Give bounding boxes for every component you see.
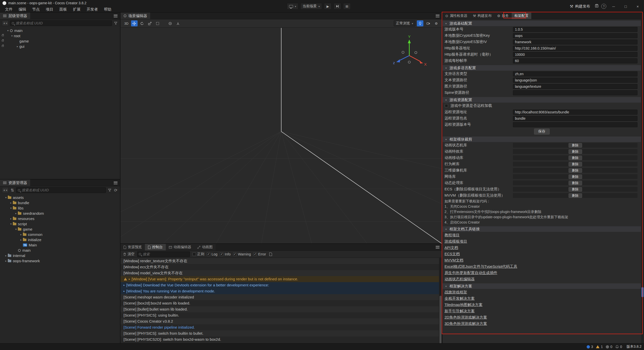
log-row[interactable]: [Scene] Cocos Creator v3.8.2 <box>120 318 439 324</box>
log-row-warning[interactable]: ▸ [Window] [Vue warn]: Property "onInput… <box>120 276 439 282</box>
delete-move-button[interactable]: 删除 <box>569 156 582 160</box>
inspector-scrollbar[interactable] <box>641 19 644 343</box>
console-search[interactable] <box>137 251 190 257</box>
view-mode-select[interactable]: 正常浏览 ▾ <box>394 20 415 26</box>
regex-checkbox[interactable] <box>192 252 196 256</box>
crypto-key-input[interactable] <box>513 33 637 38</box>
tab-build-publish[interactable]: ⚒ 构建发布 <box>470 13 495 19</box>
tree-node-main[interactable]: main <box>0 28 120 33</box>
expander-icon[interactable] <box>10 34 14 37</box>
lock-icon[interactable] <box>2 40 4 41</box>
scene-tab[interactable]: 场景编辑器 <box>120 13 150 19</box>
image-res-path-input[interactable] <box>513 84 637 89</box>
expander-icon[interactable] <box>6 29 10 32</box>
menu-node[interactable]: 节点 <box>30 7 42 12</box>
section-doc-links[interactable]: 框架文档工具链接 <box>442 226 641 232</box>
axis-gizmo[interactable]: Y X z <box>390 35 428 73</box>
link-mvvm-doc[interactable]: MVVM文档 <box>445 257 463 263</box>
info-checkbox[interactable] <box>220 252 223 256</box>
remote-load-checkbox[interactable] <box>445 104 448 107</box>
link-3d-rpg-solution[interactable]: 3D角色扮演游戏解决方案 <box>445 320 487 327</box>
tree-node-root[interactable]: root <box>0 33 120 38</box>
link-template-project[interactable]: 游戏模板项目 <box>445 238 467 244</box>
save-button[interactable]: 保存 <box>534 128 550 135</box>
rect-tool-button[interactable] <box>154 20 161 26</box>
expander-icon[interactable] <box>19 238 23 241</box>
link-excel-tool[interactable]: Excel格式转Json文件与TypeScript代码工具 <box>445 263 517 270</box>
menu-panel[interactable]: 面板 <box>57 7 69 12</box>
tab-animation-editor[interactable]: 动画编辑器 <box>166 244 194 250</box>
sort-icon[interactable]: ⇅ <box>10 188 15 192</box>
panel-menu-icon[interactable] <box>114 15 117 17</box>
tree-node-game-folder[interactable]: game <box>0 227 120 232</box>
filter-icon[interactable] <box>107 188 112 192</box>
link-2d-rpg-solution[interactable]: 2D角色扮演游戏解决方案 <box>445 314 487 320</box>
log-row[interactable]: [Scene] meshopt wasm decoder initialized <box>120 294 439 300</box>
expander-icon[interactable] <box>14 228 18 231</box>
status-info[interactable]: 3 <box>587 345 593 349</box>
tab-property-inspector[interactable]: ⊙ 属性检查器 <box>442 13 470 19</box>
expander-icon[interactable] <box>19 233 23 236</box>
frame-rate-input[interactable] <box>513 58 637 63</box>
status-error[interactable]: 0 <box>606 345 612 349</box>
language-types-input[interactable] <box>513 71 637 76</box>
create-asset-button[interactable]: +▾ <box>2 187 9 193</box>
expander-icon[interactable] <box>9 201 13 204</box>
maximize-button[interactable]: □ <box>621 3 630 10</box>
expander-icon[interactable] <box>14 212 18 215</box>
link-tutorial-project[interactable]: 教程项目 <box>445 232 460 238</box>
scene-select[interactable]: 当前场景 ▾ <box>300 3 322 10</box>
menu-developer[interactable]: 开发者 <box>84 7 100 12</box>
remote-res-version-input[interactable] <box>513 122 637 127</box>
tree-node-internal[interactable]: internal <box>0 253 120 258</box>
menu-extension[interactable]: 扩展 <box>70 7 83 12</box>
tab-console[interactable]: 控制台 <box>145 244 166 250</box>
collapse-icon[interactable] <box>445 67 448 69</box>
mode-3d-button[interactable]: 3D <box>123 20 130 26</box>
scene-viewport[interactable]: Y X z <box>120 28 442 243</box>
tree-node-libs[interactable]: libs <box>0 205 120 211</box>
tree-node-common[interactable]: common <box>0 232 120 237</box>
log-row[interactable]: [Window] ecs文件夹不存在 <box>120 264 439 270</box>
section-resource-config[interactable]: 游戏资源配置 <box>442 97 641 103</box>
link-api-doc[interactable]: API文档 <box>445 244 458 251</box>
delete-mvvm-button[interactable]: 删除 <box>569 193 582 198</box>
expander-icon[interactable] <box>9 223 13 225</box>
expander-icon[interactable] <box>9 207 13 209</box>
delete-camera-button[interactable]: 删除 <box>569 168 582 173</box>
scene-settings-button[interactable]: ⚙ <box>433 20 439 26</box>
scrollbar-thumb[interactable] <box>641 287 643 297</box>
filter-icon[interactable] <box>113 21 118 25</box>
tree-node-oops-framework[interactable]: oops-framework <box>0 258 120 264</box>
spine-res-path-input[interactable] <box>513 90 637 95</box>
tab-animation-graph[interactable]: 动画图 <box>194 244 216 250</box>
panel-menu-icon[interactable] <box>114 182 117 184</box>
http-timeout-input[interactable] <box>513 52 637 57</box>
pivot-toggle-button[interactable] <box>167 20 174 26</box>
camera-view-button[interactable] <box>425 20 431 26</box>
collapse-icon[interactable] <box>445 99 448 101</box>
link-fullstack-solution[interactable]: 全栈开发解决方案 <box>445 295 475 301</box>
collapse-icon[interactable] <box>445 22 448 25</box>
menu-project[interactable]: 项目 <box>43 7 56 12</box>
console-search-input[interactable] <box>143 252 188 256</box>
log-row[interactable]: [Scene] [box2d]:box2d wasm lib loaded. <box>120 300 439 306</box>
assets-search-input[interactable] <box>22 188 104 192</box>
text-res-path-input[interactable] <box>513 78 637 83</box>
tab-service[interactable]: ⚙ 服务 <box>494 13 512 19</box>
assets-search[interactable] <box>16 187 106 193</box>
link-guide-solution[interactable]: 新手引导解决方案 <box>445 308 475 314</box>
log-row[interactable]: [Scene] [PHYSICS]: switch from builtin t… <box>120 330 439 336</box>
warning-checkbox[interactable] <box>233 252 237 256</box>
create-node-button[interactable]: +▾ <box>2 20 9 26</box>
log-row[interactable]: [Scene] [PHYSICS]: using builtin. <box>120 312 439 318</box>
hierarchy-search-input[interactable] <box>16 21 110 25</box>
status-warning[interactable]: 1 <box>596 345 603 349</box>
log-row[interactable]: [Window] render_texture文件夹不存在 <box>120 258 439 264</box>
expander-icon[interactable] <box>4 259 8 262</box>
log-row-info[interactable]: ▸ [Window] Download the Vue Devtools ext… <box>120 282 439 288</box>
play-button[interactable]: ▶ <box>324 3 332 10</box>
menu-edit[interactable]: 编辑 <box>16 7 29 12</box>
expander-icon[interactable] <box>16 45 19 48</box>
tree-node-gui[interactable]: gui <box>0 44 120 49</box>
